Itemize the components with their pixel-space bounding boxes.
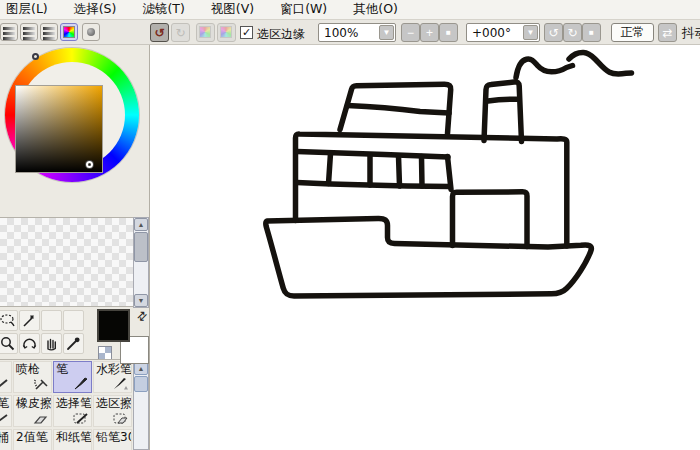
rotate-view-icon — [21, 335, 38, 352]
selection-pen-icon — [72, 412, 90, 425]
swap-colors-icon[interactable]: ⇄ — [131, 305, 150, 328]
boat-hull — [266, 218, 592, 296]
menu-window[interactable]: 窗口(W) — [278, 0, 329, 19]
menu-view[interactable]: 视图(V) — [209, 0, 256, 19]
boat-door — [453, 192, 528, 247]
rotate-ccw-button[interactable]: ↺ — [544, 23, 563, 42]
pen-icon — [0, 413, 10, 425]
rainbow-grid-icon — [64, 27, 74, 37]
hand-tool-button[interactable] — [41, 333, 62, 354]
tool-watercolor[interactable]: 水彩笔 — [93, 361, 132, 393]
saturation-value-marker[interactable] — [86, 161, 93, 168]
scrollbar-thumb[interactable] — [134, 232, 148, 262]
hand-icon — [43, 335, 60, 352]
drawing-canvas[interactable] — [151, 45, 700, 450]
color-slider-panel-toggle-icon[interactable] — [0, 23, 18, 41]
selection-edge-checkbox[interactable]: ✓ — [240, 26, 253, 39]
tool-paper-pen[interactable]: 和纸笔 — [53, 429, 92, 450]
smoke-stroke-1 — [516, 59, 573, 77]
scratchpad-panel-toggle-icon[interactable] — [82, 23, 100, 41]
angle-dropdown-arrow-icon[interactable]: ▼ — [523, 25, 538, 40]
bridge-window-line — [348, 106, 450, 114]
tool-grid-scrollbar[interactable]: ▲ — [133, 361, 149, 450]
tool-label: 铅笔30 — [96, 430, 131, 444]
menu-select[interactable]: 选择(S) — [72, 0, 119, 19]
transparency-color-button[interactable] — [98, 346, 112, 360]
tool-label: 桶 — [0, 430, 11, 444]
zoom-out-button[interactable]: − — [401, 23, 420, 42]
tool-label: 和纸笔 — [56, 430, 91, 444]
tool-label: 喷枪 — [16, 362, 51, 376]
zoom-reset-button[interactable]: ■ — [439, 23, 458, 42]
hue-marker[interactable] — [32, 53, 39, 60]
rotate-view-tool-button[interactable] — [19, 333, 40, 354]
eyedropper-icon — [65, 335, 82, 352]
primary-color-swatch[interactable] — [97, 309, 130, 342]
menu-others[interactable]: 其他(O) — [351, 0, 400, 19]
lasso-icon — [0, 312, 16, 329]
empty-tool-slot[interactable] — [41, 310, 62, 331]
color-list-panel-toggle-icon[interactable] — [40, 23, 58, 41]
tool-cell-partial[interactable]: 桶 — [0, 429, 12, 450]
eyedropper-tool-button[interactable] — [63, 333, 84, 354]
window-divider — [399, 156, 400, 186]
cabin-window-band-right — [448, 157, 452, 190]
magnifier-icon — [0, 335, 16, 352]
saturation-value-square[interactable] — [15, 85, 103, 173]
tool-pen-selected[interactable]: 笔 — [53, 361, 92, 393]
flip-horizontal-button[interactable]: ⇄ — [658, 23, 677, 42]
swatch-scratchpad-area[interactable] — [0, 217, 133, 307]
scroll-up-icon[interactable]: ▲ — [134, 218, 148, 231]
empty-tool-slot[interactable] — [63, 310, 84, 331]
tool-label: 2值笔 — [16, 430, 51, 444]
smoke-stroke-2 — [569, 52, 632, 74]
swatch-scrollbar[interactable]: ▲ ▼ — [133, 217, 149, 308]
color-mixer-panel-toggle-icon[interactable] — [20, 23, 38, 41]
selection-edge-label: 选区边缘 — [257, 26, 305, 43]
zoom-tool-button[interactable] — [0, 333, 18, 354]
tool-airbrush[interactable]: 喷枪 — [13, 361, 52, 393]
tool-pencil30[interactable]: 铅笔30 — [93, 429, 132, 450]
selection-hide-button[interactable] — [217, 23, 236, 42]
zoom-value: 100% — [324, 26, 358, 40]
scrollbar-thumb[interactable] — [134, 376, 148, 392]
tool-cell-partial[interactable] — [0, 361, 12, 393]
tool-binary-pen[interactable]: 2值笔 — [13, 429, 52, 450]
tool-label: 笔 — [56, 362, 91, 376]
eraser-icon — [32, 413, 50, 425]
square-icon: ■ — [440, 24, 457, 41]
menu-layer[interactable]: 图层(L) — [4, 0, 50, 19]
tool-label: 水彩笔 — [96, 362, 131, 376]
menu-filter[interactable]: 滤镜(T) — [140, 0, 186, 19]
blob-icon — [87, 28, 95, 36]
selection-show-button[interactable] — [196, 23, 215, 42]
tool-eraser[interactable]: 橡皮擦 — [13, 395, 52, 427]
tool-cell-partial[interactable]: 笔 — [0, 395, 12, 427]
redo-button[interactable]: ↻ — [171, 23, 190, 42]
tool-label: 选区擦 — [96, 396, 131, 410]
lasso-tool-button[interactable] — [0, 310, 18, 331]
airbrush-icon — [32, 377, 50, 391]
undo-button[interactable]: ↺ — [150, 23, 169, 42]
tool-label: 笔 — [0, 396, 11, 410]
color-swatches-panel-toggle-icon[interactable] — [60, 23, 78, 41]
window-divider — [422, 157, 423, 187]
tool-selection-eraser[interactable]: 选区擦 — [93, 395, 132, 427]
tool-label: 选择笔 — [56, 396, 91, 410]
menu-bar: 图层(L) 选择(S) 滤镜(T) 视图(V) 窗口(W) 其他(O) — [0, 0, 700, 20]
funnel-band-line — [488, 99, 517, 101]
magic-wand-icon — [21, 312, 38, 329]
selection-eraser-icon — [112, 412, 130, 425]
pen-icon — [72, 377, 90, 391]
blend-mode-button[interactable]: 正常 — [611, 23, 654, 42]
zoom-select[interactable]: 100% ▼ — [318, 23, 396, 42]
rotate-reset-button[interactable]: ■ — [582, 23, 601, 42]
rotate-cw-button[interactable]: ↻ — [563, 23, 582, 42]
angle-select[interactable]: +000° ▼ — [466, 23, 540, 42]
magic-wand-tool-button[interactable] — [19, 310, 40, 331]
pen-icon — [0, 378, 10, 391]
zoom-in-button[interactable]: + — [420, 23, 439, 42]
dither-label: 抖动 — [682, 25, 700, 42]
zoom-dropdown-arrow-icon[interactable]: ▼ — [379, 25, 394, 40]
tool-selection-pen[interactable]: 选择笔 — [53, 395, 92, 427]
